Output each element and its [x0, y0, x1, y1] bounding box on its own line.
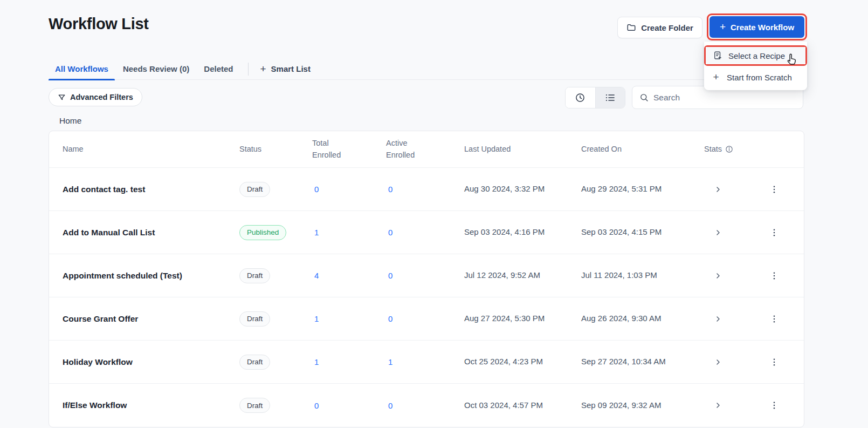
created-on-value: Aug 29 2024, 5:31 PM: [581, 183, 662, 195]
last-updated-value: Oct 25 2024, 4:23 PM: [464, 356, 543, 368]
last-updated-cell: Aug 30 2024, 3:32 PM: [464, 183, 581, 195]
last-updated-value: Aug 27 2024, 5:30 PM: [464, 312, 545, 325]
created-on-cell: Aug 29 2024, 5:31 PM: [581, 183, 704, 195]
column-label: Total Enrolled: [312, 138, 346, 160]
active-enrolled-link[interactable]: 0: [386, 314, 464, 323]
status-cell: Draft: [239, 398, 312, 413]
kebab-menu-icon[interactable]: [769, 270, 779, 281]
table-row[interactable]: Appointment scheduled (Test) Draft 4 0 J…: [49, 254, 804, 297]
create-folder-label: Create Folder: [641, 23, 693, 32]
row-actions: [758, 314, 790, 324]
menu-item-label: Start from Scratch: [727, 73, 792, 82]
plus-icon: +: [260, 63, 266, 75]
info-icon[interactable]: [725, 145, 733, 153]
last-updated-value: Jul 12 2024, 9:52 AM: [464, 269, 540, 282]
chevron-right-icon[interactable]: [714, 271, 722, 280]
workflow-name[interactable]: Course Grant Offer: [63, 314, 239, 324]
tab-all-workflows[interactable]: All Workflows: [49, 58, 115, 80]
history-view-toggle[interactable]: [566, 87, 595, 108]
total-enrolled-link[interactable]: 1: [312, 314, 386, 323]
advanced-filters-label: Advanced Filters: [70, 93, 133, 101]
tab-label: Deleted: [204, 64, 233, 73]
last-updated-value: Aug 30 2024, 3:32 PM: [464, 183, 545, 195]
kebab-menu-icon[interactable]: [769, 314, 779, 324]
search-input[interactable]: [653, 93, 796, 103]
column-header-active-enrolled: Active Enrolled: [386, 138, 464, 160]
kebab-menu-icon[interactable]: [769, 184, 779, 195]
tab-needs-review[interactable]: Needs Review (0): [116, 58, 196, 80]
table-row[interactable]: Course Grant Offer Draft 1 0 Aug 27 2024…: [49, 297, 804, 341]
list-view-toggle[interactable]: [595, 87, 625, 108]
create-workflow-button[interactable]: + Create Workflow: [709, 16, 804, 38]
tab-deleted[interactable]: Deleted: [197, 58, 239, 80]
stats-cell: [704, 315, 758, 323]
last-updated-value: Oct 03 2024, 4:57 PM: [464, 399, 543, 412]
workflow-name[interactable]: If/Else Workflow: [63, 400, 239, 410]
last-updated-cell: Oct 25 2024, 4:23 PM: [464, 356, 581, 368]
smart-list-button[interactable]: + Smart List: [256, 63, 314, 75]
kebab-menu-icon[interactable]: [769, 357, 779, 368]
stats-cell: [704, 185, 758, 194]
chevron-right-icon[interactable]: [714, 401, 722, 410]
list-icon: [605, 92, 616, 103]
created-on-value: Sep 03 2024, 4:15 PM: [581, 226, 662, 239]
row-actions: [758, 400, 790, 411]
workflow-name[interactable]: Add to Manual Call List: [63, 228, 239, 237]
chevron-right-icon[interactable]: [714, 185, 722, 194]
total-enrolled-link[interactable]: 0: [312, 185, 386, 194]
table-row[interactable]: Holiday Workflow Draft 1 1 Oct 25 2024, …: [49, 341, 804, 384]
column-header-status: Status: [239, 144, 312, 155]
folder-icon: [626, 23, 636, 32]
tab-label: All Workflows: [55, 64, 108, 73]
column-header-stats: Stats: [704, 144, 758, 155]
active-enrolled-link[interactable]: 1: [386, 357, 464, 366]
created-on-cell: Aug 26 2024, 9:30 AM: [581, 312, 704, 325]
row-actions: [758, 270, 790, 281]
status-cell: Draft: [239, 182, 312, 197]
chevron-right-icon[interactable]: [714, 228, 722, 237]
kebab-menu-icon[interactable]: [769, 227, 779, 238]
smart-list-label: Smart List: [271, 64, 311, 73]
table-row[interactable]: If/Else Workflow Draft 0 0 Oct 03 2024, …: [49, 384, 804, 427]
workflow-name[interactable]: Add contact tag. test: [63, 185, 239, 194]
total-enrolled-link[interactable]: 1: [312, 228, 386, 237]
create-folder-button[interactable]: Create Folder: [617, 17, 702, 38]
workflow-name[interactable]: Appointment scheduled (Test): [63, 271, 239, 281]
active-enrolled-link[interactable]: 0: [386, 271, 464, 280]
status-badge: Draft: [239, 398, 270, 413]
stats-cell: [704, 271, 758, 280]
created-on-cell: Sep 03 2024, 4:15 PM: [581, 226, 704, 239]
status-cell: Published: [239, 225, 312, 240]
advanced-filters-button[interactable]: Advanced Filters: [49, 88, 142, 106]
tab-label: Needs Review (0): [123, 64, 189, 73]
menu-item-start-from-scratch[interactable]: + Start from Scratch: [704, 67, 807, 87]
active-enrolled-link[interactable]: 0: [386, 228, 464, 237]
total-enrolled-link[interactable]: 0: [312, 401, 386, 410]
active-enrolled-link[interactable]: 0: [386, 401, 464, 410]
active-enrolled-link[interactable]: 0: [386, 185, 464, 194]
kebab-menu-icon[interactable]: [769, 400, 779, 411]
plus-icon: +: [720, 22, 726, 32]
column-label: Active Enrolled: [386, 138, 419, 160]
table-row[interactable]: Add contact tag. test Draft 0 0 Aug 30 2…: [49, 168, 804, 211]
created-on-cell: Jul 11 2024, 1:03 PM: [581, 269, 704, 282]
stats-cell: [704, 401, 758, 410]
last-updated-cell: Aug 27 2024, 5:30 PM: [464, 312, 581, 325]
page-title: Workflow List: [49, 15, 149, 33]
workflow-table: Name Status Total Enrolled Active Enroll…: [49, 131, 804, 427]
status-badge: Published: [239, 225, 286, 240]
total-enrolled-link[interactable]: 4: [312, 271, 386, 280]
created-on-cell: Sep 27 2024, 10:34 AM: [581, 356, 704, 368]
view-toggle: [565, 87, 625, 108]
workflow-name[interactable]: Holiday Workflow: [63, 357, 239, 367]
table-row[interactable]: Add to Manual Call List Published 1 0 Se…: [49, 211, 804, 254]
chevron-right-icon[interactable]: [714, 315, 722, 323]
recipe-icon: [713, 51, 722, 60]
total-enrolled-link[interactable]: 1: [312, 357, 386, 366]
workflow-tabs: All Workflows Needs Review (0) Deleted +…: [49, 58, 804, 80]
row-actions: [758, 227, 790, 238]
table-body: Add contact tag. test Draft 0 0 Aug 30 2…: [49, 168, 804, 427]
chevron-right-icon[interactable]: [714, 358, 722, 366]
column-header-created-on: Created On: [581, 144, 704, 155]
last-updated-value: Sep 03 2024, 4:16 PM: [464, 226, 545, 239]
